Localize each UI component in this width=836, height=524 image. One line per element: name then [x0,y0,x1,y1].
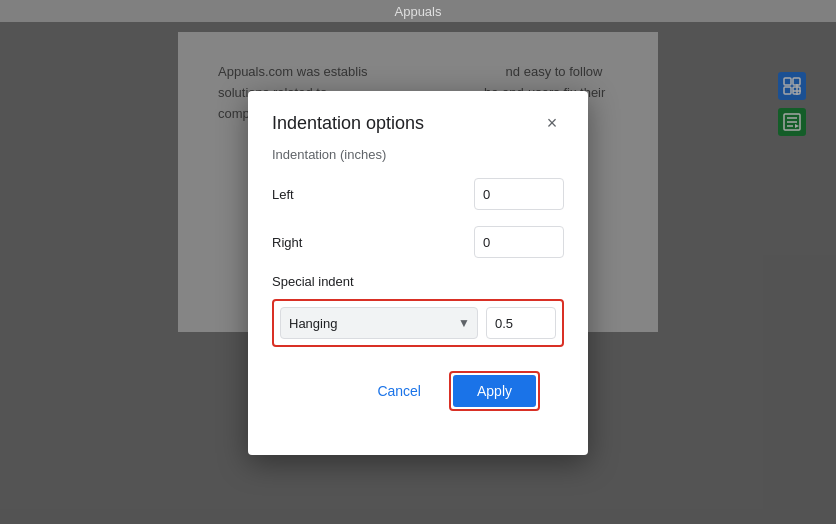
cancel-button[interactable]: Cancel [361,375,437,407]
dialog-title: Indentation options [272,113,424,134]
app-title: Appuals [395,4,442,19]
left-label: Left [272,187,294,202]
dialog-body: Indentation (inches) Left Right Special … [248,147,588,455]
dialog-overlay: Indentation options × Indentation (inche… [0,22,836,524]
top-bar: Appuals [0,0,836,22]
apply-button[interactable]: Apply [453,375,536,407]
dialog-header: Indentation options × [248,91,588,147]
right-indent-row: Right [272,226,564,258]
doc-area: Appuals.com was establishment of some qu… [0,22,836,524]
apply-wrapper: Apply [449,371,540,411]
background: Appuals Appuals.com was establishment of… [0,0,836,524]
left-indent-row: Left [272,178,564,210]
special-indent-select[interactable]: None First line Hanging [280,307,478,339]
special-indent-label: Special indent [272,274,564,289]
indentation-dialog: Indentation options × Indentation (inche… [248,91,588,455]
right-input[interactable] [474,226,564,258]
indentation-section-label: Indentation (inches) [272,147,564,162]
left-input[interactable] [474,178,564,210]
special-indent-value-input[interactable] [486,307,556,339]
right-label: Right [272,235,302,250]
dialog-footer: Cancel Apply [272,371,564,435]
close-button[interactable]: × [540,111,564,135]
select-wrapper: None First line Hanging ▼ [280,307,478,339]
special-indent-row: None First line Hanging ▼ [272,299,564,347]
